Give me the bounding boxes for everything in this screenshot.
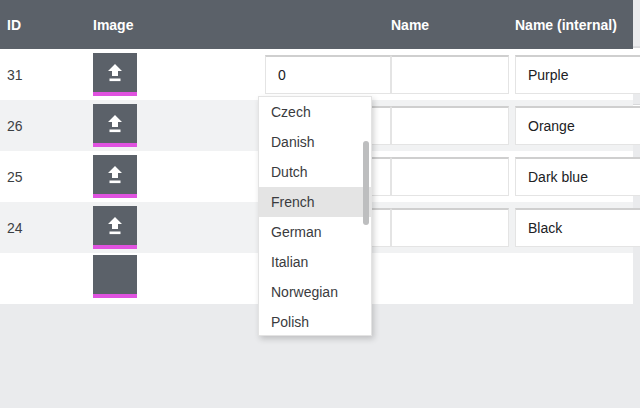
dropdown-option-french[interactable]: French [259, 187, 371, 217]
name-input[interactable] [391, 106, 509, 145]
dropdown-option-italian[interactable]: Italian [259, 247, 371, 277]
name-input[interactable] [391, 208, 509, 247]
upload-button[interactable] [93, 155, 137, 198]
dropdown-scrollbar[interactable] [363, 141, 369, 225]
dropdown-option-norwegian[interactable]: Norwegian [259, 277, 371, 307]
dropdown-option-danish[interactable]: Danish [259, 127, 371, 157]
name-internal-input[interactable] [515, 55, 633, 94]
header-name-internal: Name (internal) [515, 0, 617, 49]
name-internal-input[interactable] [515, 208, 633, 247]
sort-input[interactable] [265, 55, 391, 94]
dropdown-option-dutch[interactable]: Dutch [259, 157, 371, 187]
header-name: Name [391, 0, 429, 49]
header-image: Image [93, 0, 133, 49]
upload-icon [104, 216, 126, 236]
name-input[interactable] [391, 55, 509, 94]
dropdown-option-czech[interactable]: Czech [259, 97, 371, 127]
upload-button[interactable] [93, 255, 137, 258]
header-id: ID [7, 0, 21, 49]
row-id: 24 [7, 202, 23, 253]
upload-icon [104, 114, 126, 134]
table-header: ID Image Name Name (internal) [0, 0, 633, 49]
attribute-editor-window: Basic settings Name Values Attribute lin… [0, 0, 640, 408]
name-input[interactable] [391, 157, 509, 196]
upload-button[interactable] [93, 104, 137, 147]
name-internal-input[interactable] [515, 157, 633, 196]
language-dropdown: Czech Danish Dutch French German Italian… [258, 96, 372, 336]
upload-button[interactable] [93, 53, 137, 96]
upload-icon [104, 165, 126, 185]
row-id: 25 [7, 151, 23, 202]
name-internal-input[interactable] [515, 106, 633, 145]
dropdown-option-polish[interactable]: Polish [259, 307, 371, 337]
row-id: 31 [7, 49, 23, 100]
upload-button[interactable] [93, 206, 137, 249]
row-id: 26 [7, 100, 23, 151]
table-row: 31 [0, 49, 633, 100]
dropdown-option-german[interactable]: German [259, 217, 371, 247]
upload-icon [104, 63, 126, 83]
